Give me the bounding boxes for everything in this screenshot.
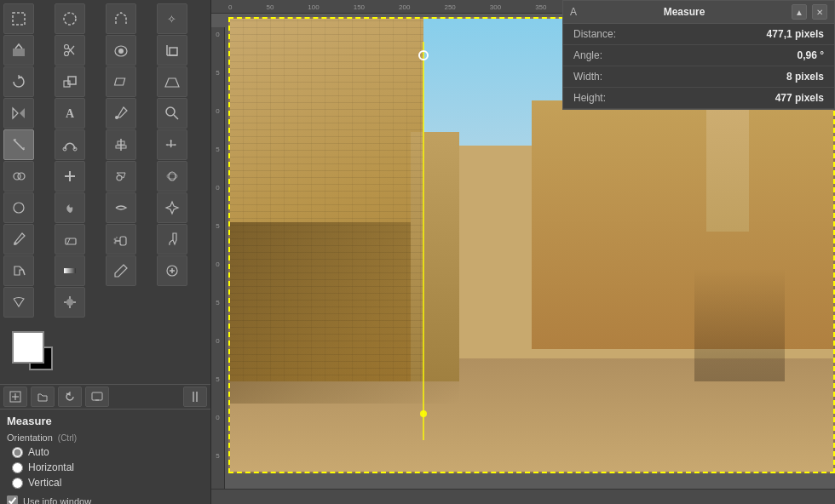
zoom-tool[interactable]	[157, 98, 187, 129]
measure-height-row: Height: 477 pixels	[563, 88, 834, 109]
ink-tool[interactable]	[157, 224, 187, 255]
svg-point-45	[114, 242, 117, 244]
foreground-select-tool[interactable]	[106, 35, 136, 66]
scale-tool[interactable]	[55, 66, 85, 97]
orientation-hint: (Ctrl)	[58, 433, 77, 443]
svg-point-5	[65, 52, 69, 56]
perspective-tool[interactable]	[157, 66, 187, 97]
left-toolbar: ✧ A	[0, 0, 211, 504]
measure-angle-row: Angle: 0,96 °	[563, 45, 834, 66]
tool-options-title: Measure	[7, 415, 204, 427]
svg-rect-42	[120, 237, 126, 245]
burn-tool[interactable]	[55, 192, 85, 223]
svg-marker-18	[20, 108, 25, 118]
radio-auto[interactable]: Auto	[12, 446, 204, 458]
radio-vertical-label: Vertical	[28, 477, 61, 489]
angle-value: 0,96 °	[684, 45, 834, 66]
healing-tool[interactable]	[157, 255, 187, 286]
paint-dynamics-tool[interactable]	[55, 287, 85, 318]
use-info-window-checkbox[interactable]	[7, 495, 18, 504]
dodge-tool[interactable]	[3, 192, 34, 223]
paths-tool[interactable]	[55, 129, 85, 160]
radio-horizontal-label: Horizontal	[28, 461, 74, 473]
color-picker-tool[interactable]	[106, 98, 136, 129]
heal-tool[interactable]	[55, 161, 85, 192]
canvas-area: 050100150200250300350400450500550 050505…	[211, 0, 835, 504]
dialog-titlebar: Α Measure ▲ ✕	[563, 1, 834, 24]
blur-tool[interactable]	[157, 161, 187, 192]
undo-btn[interactable]	[58, 387, 82, 407]
svg-point-44	[114, 238, 117, 241]
svg-rect-3	[13, 49, 25, 56]
far-wall-layer	[532, 100, 833, 350]
svg-point-39	[14, 242, 17, 245]
radio-horizontal[interactable]: Horizontal	[12, 461, 204, 473]
svg-point-37	[14, 203, 24, 213]
text-tool[interactable]: A	[55, 98, 85, 129]
svg-text:✧: ✧	[167, 13, 176, 26]
width-label: Width:	[563, 66, 684, 88]
rect-select-tool[interactable]	[3, 3, 34, 34]
flip-tool[interactable]	[3, 98, 34, 129]
blend-tool[interactable]	[55, 255, 85, 286]
radio-auto-label: Auto	[28, 446, 49, 458]
orientation-row: Orientation (Ctrl)	[7, 432, 204, 443]
sharpen-tool[interactable]	[157, 192, 187, 223]
dialog-title: Measure	[582, 6, 786, 18]
ellipse-select-tool[interactable]	[55, 3, 85, 34]
svg-line-47	[23, 270, 25, 275]
people-area	[694, 268, 785, 381]
svg-rect-57	[196, 392, 198, 402]
perspective-clone-tool[interactable]	[106, 161, 136, 192]
svg-point-46	[116, 237, 118, 238]
measure-dialog: Α Measure ▲ ✕ Distance: 477,1 pixels Ang…	[562, 0, 835, 110]
svg-point-9	[118, 49, 124, 54]
airbrush-tool[interactable]	[106, 224, 136, 255]
pencil-tool[interactable]	[106, 255, 136, 286]
alignment-tool[interactable]	[106, 129, 136, 160]
scroll-area-horizontal[interactable]	[211, 489, 835, 504]
orientation-radio-group: Auto Horizontal Vertical	[7, 446, 204, 489]
measure-table: Distance: 477,1 pixels Angle: 0,96 ° Wid…	[563, 24, 834, 109]
paintbrush-tool[interactable]	[3, 224, 34, 255]
select-by-color-tool[interactable]	[3, 35, 34, 66]
measure-distance-row: Distance: 477,1 pixels	[563, 24, 834, 45]
radio-vertical[interactable]: Vertical	[12, 477, 204, 489]
crop-tool[interactable]	[157, 35, 187, 66]
colors-wrapper	[9, 331, 68, 374]
eraser-tool[interactable]	[55, 224, 85, 255]
smudge-tool[interactable]	[106, 192, 136, 223]
open-btn[interactable]	[31, 387, 55, 407]
svg-point-4	[65, 45, 69, 49]
orientation-label: Orientation	[7, 432, 53, 443]
move-tool[interactable]	[157, 129, 187, 160]
measure-tool[interactable]	[3, 129, 34, 160]
dialog-collapse-btn[interactable]: ▲	[792, 4, 807, 20]
measure-start-point	[418, 50, 429, 60]
svg-rect-56	[193, 392, 194, 402]
bucket-fill-tool[interactable]	[3, 255, 34, 286]
warp-transform-tool[interactable]	[3, 287, 34, 318]
configure-btn[interactable]	[183, 387, 207, 407]
clone-tool[interactable]	[3, 161, 34, 192]
svg-rect-0	[13, 13, 25, 25]
new-image-btn[interactable]	[3, 387, 27, 407]
display-btn[interactable]	[85, 387, 109, 407]
rotate-tool[interactable]	[3, 66, 34, 97]
colors-area	[0, 324, 210, 381]
bottom-strip	[0, 384, 210, 410]
foreground-color[interactable]	[12, 331, 44, 364]
dialog-icon: Α	[570, 6, 577, 18]
shear-tool[interactable]	[106, 66, 136, 97]
dialog-close-btn[interactable]: ✕	[812, 4, 827, 20]
use-info-window-row[interactable]: Use info window	[7, 495, 204, 504]
free-select-tool[interactable]	[106, 3, 136, 34]
use-info-window-label: Use info window	[23, 496, 91, 505]
svg-rect-48	[64, 268, 76, 273]
fuzzy-select-tool[interactable]: ✧	[157, 3, 187, 34]
distance-label: Distance:	[563, 24, 684, 45]
scissors-tool[interactable]	[55, 35, 85, 66]
ruler-vertical: 050505050505	[211, 27, 225, 489]
angle-label: Angle:	[563, 45, 684, 66]
measure-line	[423, 42, 424, 440]
